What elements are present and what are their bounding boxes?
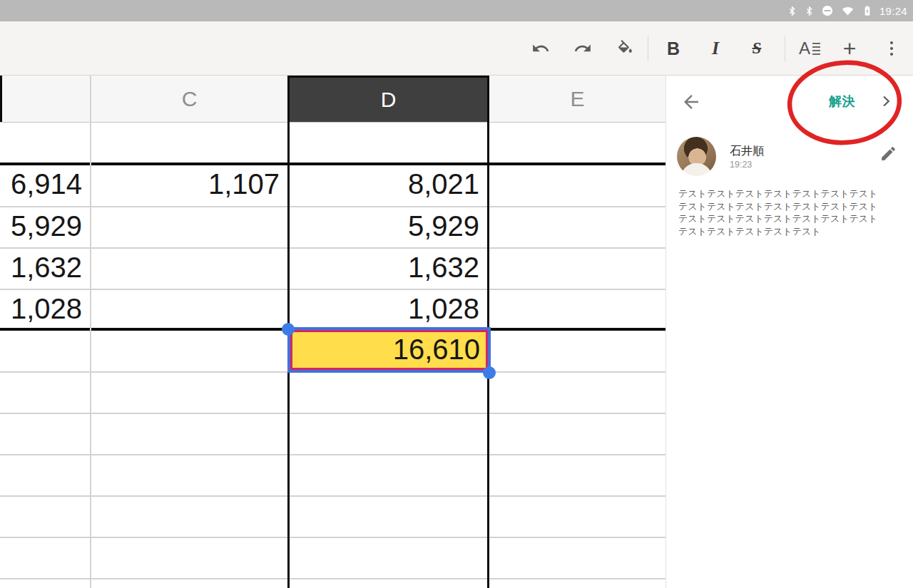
italic-label: I <box>712 38 719 59</box>
gridline-horizontal <box>0 537 665 538</box>
cell-d3[interactable]: 5,929 <box>292 206 479 247</box>
comment-text: テストテストテストテストテストテストテスト テストテストテストテストテストテスト… <box>678 187 877 237</box>
gridline-vertical <box>90 76 91 588</box>
cell-b2[interactable]: 6,914 <box>0 164 82 205</box>
clock-time: 19:24 <box>879 5 907 17</box>
redo-button[interactable] <box>567 33 598 64</box>
edit-comment-button[interactable] <box>879 145 898 163</box>
italic-button[interactable]: I <box>700 33 731 64</box>
comment-line: テストテストテストテストテストテストテスト <box>678 200 877 213</box>
avatar <box>677 137 716 176</box>
edit-toolbar: B I S A + <box>0 21 913 76</box>
column-header-e[interactable]: E <box>489 76 665 122</box>
selection-handle-top-left[interactable] <box>282 323 295 336</box>
selected-cell-d6[interactable]: 16,610 <box>287 327 491 373</box>
pencil-icon <box>879 145 897 163</box>
column-header-c[interactable]: C <box>91 76 287 122</box>
gridline-vertical <box>0 76 2 122</box>
gridline-horizontal <box>0 122 665 123</box>
do-not-disturb-icon <box>821 4 834 17</box>
bold-label: B <box>667 38 680 59</box>
gridline-horizontal <box>0 495 665 497</box>
arrow-back-icon <box>680 91 702 113</box>
gridline-horizontal <box>0 578 665 579</box>
fill-color-button[interactable] <box>609 33 641 64</box>
comment-author: 石井順 <box>730 144 764 159</box>
selection-handle-bottom-right[interactable] <box>483 366 496 379</box>
insert-button[interactable]: + <box>834 33 865 64</box>
resolve-button[interactable]: 解決 <box>829 93 855 110</box>
chevron-right-icon <box>877 92 895 110</box>
column-header-d-selected[interactable]: D <box>287 76 489 122</box>
cell-d2[interactable]: 8,021 <box>292 164 479 205</box>
overflow-menu-button[interactable] <box>876 33 907 64</box>
cell-b5[interactable]: 1,028 <box>0 289 82 329</box>
bluetooth-icon <box>787 5 797 17</box>
toolbar-separator <box>648 36 648 61</box>
back-button[interactable] <box>680 91 703 113</box>
comment-timestamp: 19:23 <box>730 160 752 170</box>
google-sheets-app: 19:24 B I S A + <box>0 0 913 588</box>
gridline-horizontal <box>0 413 665 414</box>
comment-line: テストテストテストテストテスト <box>678 225 877 238</box>
strikethrough-button[interactable]: S <box>741 33 772 64</box>
android-status-bar: 19:24 <box>0 0 913 21</box>
wifi-icon <box>840 4 855 17</box>
battery-charging-icon <box>862 4 873 17</box>
bluetooth-icon <box>804 5 815 17</box>
comment-line: テストテストテストテストテストテストテスト <box>678 212 877 225</box>
cell-b4[interactable]: 1,632 <box>0 247 82 288</box>
column-header-b-partial[interactable] <box>0 76 90 122</box>
undo-button[interactable] <box>525 33 556 64</box>
gridline-horizontal <box>0 454 665 455</box>
plus-icon: + <box>843 36 857 62</box>
cell-b3[interactable]: 5,929 <box>0 206 82 247</box>
toolbar-separator <box>785 36 785 61</box>
cell-d5[interactable]: 1,028 <box>292 289 479 329</box>
text-format-button[interactable]: A <box>794 33 825 64</box>
cell-c2[interactable]: 1,107 <box>93 164 280 205</box>
comment-panel: 解決 石井順 19:23 テストテストテストテストテストテストテスト テストテス… <box>665 76 913 588</box>
cell-d6-value: 16,610 <box>290 330 488 370</box>
cell-d4[interactable]: 1,632 <box>292 247 479 288</box>
vertical-ellipsis-icon <box>890 41 893 56</box>
strikethrough-label: S <box>753 39 762 58</box>
next-comment-button[interactable] <box>876 91 896 111</box>
comment-line: テストテストテストテストテストテストテスト <box>678 187 877 200</box>
spreadsheet-grid: C D E 6,914 1,107 8,021 5,929 5,929 1,63… <box>0 76 665 588</box>
bold-button[interactable]: B <box>658 33 689 64</box>
text-format-icon: A <box>799 38 820 58</box>
